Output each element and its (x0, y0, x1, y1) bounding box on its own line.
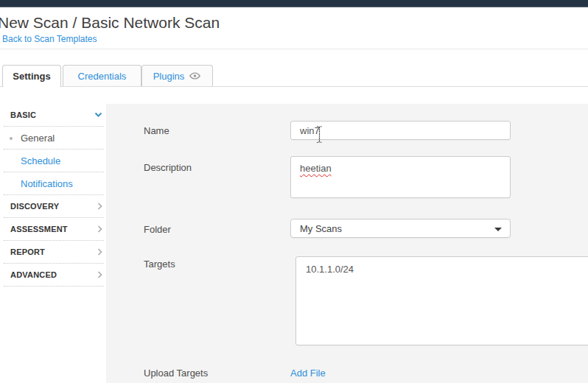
sidebar-section-discovery-label: DISCOVERY (4, 202, 59, 211)
eye-icon (189, 71, 201, 80)
back-to-scan-templates-link[interactable]: Back to Scan Templates (2, 34, 97, 44)
folder-select-value: My Scans (300, 223, 342, 234)
sidebar-section-report-label: REPORT (4, 247, 45, 256)
sidebar-item-general[interactable]: General (4, 127, 104, 150)
sidebar-section-report[interactable]: REPORT (4, 241, 104, 264)
chevron-right-icon (97, 271, 102, 279)
folder-label: Folder (144, 224, 171, 235)
tab-plugins[interactable]: Plugins (141, 65, 213, 86)
tab-plugins-label: Plugins (153, 71, 185, 82)
chevron-right-icon (97, 203, 102, 211)
sidebar-section-basic-label: BASIC (4, 110, 36, 119)
tab-settings[interactable]: Settings (2, 65, 61, 87)
sidebar-item-schedule[interactable]: Schedule (4, 150, 104, 172)
name-label: Name (144, 125, 169, 136)
targets-label: Targets (144, 259, 175, 270)
folder-select[interactable]: My Scans (290, 219, 511, 238)
description-value: heetian (300, 163, 332, 174)
new-scan-page: New Scan / Basic Network Scan Back to Sc… (0, 0, 588, 383)
upload-targets-label: Upload Targets (144, 368, 208, 379)
bullet-dot (10, 137, 13, 140)
description-label: Description (144, 162, 192, 173)
sidebar-section-advanced-label: ADVANCED (4, 270, 57, 279)
chevron-down-icon (94, 112, 102, 118)
sidebar-section-discovery[interactable]: DISCOVERY (4, 195, 104, 218)
tab-credentials-label: Credentials (78, 71, 127, 82)
header-divider (0, 49, 588, 49)
sidebar-item-notifications-label: Notifications (4, 178, 73, 189)
settings-sidebar: BASIC General Schedule Notifications DIS… (4, 104, 104, 287)
page-title: New Scan / Basic Network Scan (0, 14, 220, 32)
description-input[interactable]: heetian (290, 156, 511, 198)
top-navigation-bar (0, 0, 588, 7)
sidebar-section-advanced[interactable]: ADVANCED (4, 264, 104, 287)
chevron-right-icon (97, 248, 102, 256)
chevron-right-icon (97, 225, 102, 233)
sidebar-item-schedule-label: Schedule (4, 155, 60, 166)
targets-input[interactable]: 10.1.1.0/24 (295, 256, 588, 345)
dropdown-caret-icon (494, 228, 502, 231)
sidebar-item-notifications[interactable]: Notifications (4, 172, 104, 195)
tab-bar-border (0, 86, 588, 87)
text-cursor-icon (315, 125, 323, 147)
sidebar-section-basic[interactable]: BASIC (4, 104, 104, 127)
sidebar-section-assessment[interactable]: ASSESSMENT (4, 218, 104, 241)
targets-value: 10.1.1.0/24 (306, 264, 354, 275)
add-file-link[interactable]: Add File (290, 368, 326, 379)
tab-settings-label: Settings (13, 71, 50, 82)
sidebar-section-assessment-label: ASSESSMENT (4, 225, 68, 233)
tab-credentials[interactable]: Credentials (63, 65, 141, 86)
